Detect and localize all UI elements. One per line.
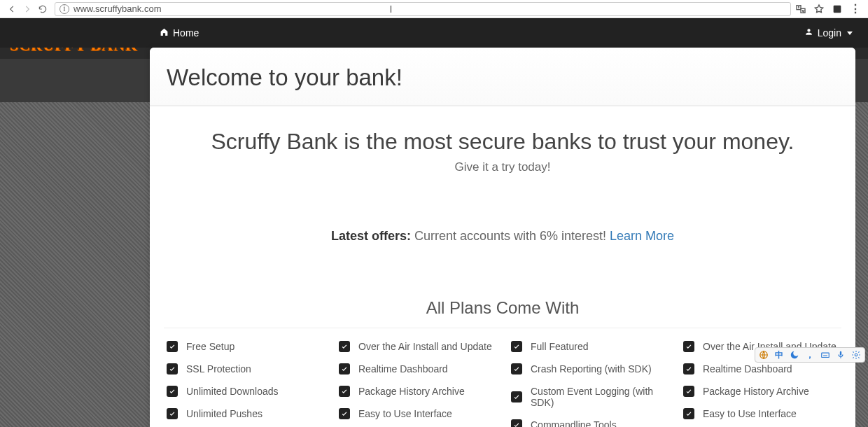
check-icon — [683, 386, 694, 397]
ime-keyboard-icon[interactable] — [820, 349, 831, 360]
ime-mic-icon[interactable] — [835, 349, 846, 360]
check-icon — [339, 386, 350, 397]
floating-ime-toolbar[interactable]: 中 ， — [755, 347, 865, 363]
nav-home-label: Home — [173, 27, 199, 38]
ime-comma-icon[interactable]: ， — [804, 349, 816, 360]
home-icon — [160, 27, 169, 38]
plan-item-label: Realtime Dashboard — [358, 363, 448, 374]
check-icon — [683, 363, 694, 374]
site-info-icon[interactable]: i — [59, 4, 69, 14]
plan-item-label: Unlimited Downloads — [186, 386, 279, 397]
hero-section: Scruffy Bank is the most secure banks to… — [150, 106, 855, 174]
check-icon — [339, 408, 350, 419]
plan-item-label: Easy to Use Interface — [703, 408, 797, 419]
plan-item-label: Package History Archive — [703, 386, 809, 397]
check-icon — [511, 391, 522, 402]
browser-reload-button[interactable] — [35, 1, 50, 17]
plans-grid: Free Setup SSL Protection Unlimited Down… — [150, 341, 855, 427]
plan-item: Over the Air Install and Update — [339, 341, 494, 352]
plan-item: Realtime Dashboard — [339, 363, 494, 374]
url-text: www.scruffybank.com — [74, 4, 161, 14]
learn-more-link[interactable]: Learn More — [610, 229, 674, 243]
plan-item: Free Setup — [167, 341, 322, 352]
ime-gear-icon[interactable] — [850, 349, 862, 360]
check-icon — [339, 341, 350, 352]
plan-item: Package History Archive — [339, 386, 494, 397]
ime-moon-icon[interactable] — [789, 349, 800, 360]
card-header: Welcome to your bank! — [150, 48, 855, 106]
plan-item: Easy to Use Interface — [683, 408, 839, 419]
plans-section: All Plans Come With Free Setup SSL Prote… — [150, 298, 855, 427]
svg-rect-2 — [834, 5, 841, 13]
svg-rect-5 — [840, 351, 841, 356]
check-icon — [683, 408, 694, 419]
hero-subtitle: Give it a try today! — [167, 160, 839, 174]
hero-title: Scruffy Bank is the most secure banks to… — [167, 129, 839, 155]
browser-forward-button[interactable] — [20, 1, 35, 17]
plans-title: All Plans Come With — [150, 298, 855, 318]
plan-item-label: Unlimited Pushes — [186, 408, 262, 419]
nav-login-label: Login — [818, 27, 841, 38]
plans-col-2: Over the Air Install and Update Realtime… — [339, 341, 494, 427]
plan-item-label: Package History Archive — [358, 386, 465, 397]
plan-item: Easy to Use Interface — [339, 408, 494, 419]
offers-text: Current accounts with 6% interest! — [411, 229, 610, 243]
plan-item-label: Crash Reporting (with SDK) — [531, 363, 652, 374]
address-bar[interactable]: i www.scruffybank.com I — [55, 2, 791, 16]
plan-item: Commandline Tools — [511, 419, 666, 427]
plan-item-label: Easy to Use Interface — [358, 408, 452, 419]
plan-item-label: SSL Protection — [186, 363, 251, 374]
check-icon — [167, 408, 178, 419]
page-title: Welcome to your bank! — [167, 64, 839, 91]
plan-item-label: Full Featured — [531, 341, 588, 352]
check-icon — [167, 363, 178, 374]
svg-rect-4 — [822, 353, 830, 357]
nav-home-link[interactable]: Home — [160, 27, 199, 38]
plan-item: Realtime Dashboard — [683, 363, 839, 374]
browser-right-icons: ⋮ — [795, 4, 864, 15]
check-icon — [511, 419, 522, 427]
browser-back-button[interactable] — [4, 1, 20, 17]
check-icon — [167, 341, 178, 352]
check-icon — [339, 363, 350, 374]
page-background: SCRUFFY BANK Home Login Welcome to your … — [0, 18, 868, 427]
main-card: Welcome to your bank! Scruffy Bank is th… — [150, 48, 855, 427]
plan-item: Custom Event Logging (with SDK) — [511, 386, 666, 408]
plans-divider — [164, 328, 841, 328]
nav-login-dropdown[interactable]: Login — [804, 27, 853, 38]
ime-cn-icon[interactable]: 中 — [774, 349, 785, 360]
bookmark-star-icon[interactable] — [813, 4, 825, 15]
offers-bold: Latest offers: — [331, 229, 411, 243]
plan-item: Unlimited Downloads — [167, 386, 322, 397]
plan-item-label: Free Setup — [186, 341, 234, 352]
ime-globe-icon[interactable] — [758, 349, 769, 360]
plan-item: SSL Protection — [167, 363, 322, 374]
plan-item: Crash Reporting (with SDK) — [511, 363, 666, 374]
check-icon — [511, 363, 522, 374]
plan-item-label: Custom Event Logging (with SDK) — [531, 386, 666, 408]
plan-item-label: Commandline Tools — [531, 419, 617, 427]
svg-point-6 — [855, 354, 858, 356]
caret-down-icon — [847, 31, 853, 35]
check-icon — [167, 386, 178, 397]
text-cursor-icon: I — [389, 4, 392, 15]
check-icon — [511, 341, 522, 352]
user-icon — [804, 27, 813, 38]
latest-offers: Latest offers: Current accounts with 6% … — [150, 229, 855, 244]
plan-item: Full Featured — [511, 341, 666, 352]
plan-item-label: Over the Air Install and Update — [358, 341, 492, 352]
plans-col-1: Free Setup SSL Protection Unlimited Down… — [167, 341, 322, 427]
extension-icon[interactable] — [832, 4, 843, 15]
browser-menu-icon[interactable]: ⋮ — [850, 4, 861, 15]
navbar: Home Login — [0, 18, 868, 48]
plan-item: Package History Archive — [683, 386, 839, 397]
plan-item-label: Realtime Dashboard — [703, 363, 792, 374]
translate-icon[interactable] — [795, 4, 806, 15]
browser-toolbar: i www.scruffybank.com I ⋮ — [0, 0, 868, 18]
plans-col-3: Full Featured Crash Reporting (with SDK)… — [511, 341, 666, 427]
check-icon — [683, 341, 694, 352]
plan-item: Unlimited Pushes — [167, 408, 322, 419]
